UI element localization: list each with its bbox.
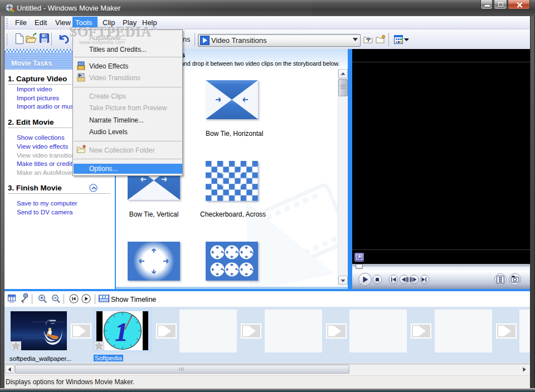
svg-text:1: 1 <box>115 318 128 346</box>
